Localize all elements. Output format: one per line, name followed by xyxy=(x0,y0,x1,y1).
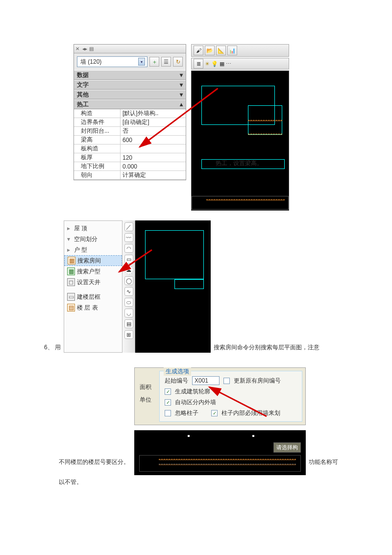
section-text[interactable]: 文字▾ xyxy=(74,80,186,90)
grid-label: 朝向 xyxy=(74,171,121,179)
generate-outline-checkbox[interactable]: ✓ xyxy=(165,388,171,395)
grid-value[interactable]: [默认]外墙构.. xyxy=(121,109,186,118)
grid-value[interactable]: 计算确定 xyxy=(121,171,186,179)
grid-value[interactable]: 600 xyxy=(121,136,186,144)
cad-viewport[interactable] xyxy=(191,71,289,211)
chart-icon[interactable]: 📊 xyxy=(227,46,237,55)
start-number-label: 起始编号 xyxy=(165,377,188,385)
section-data[interactable]: 数据▾ xyxy=(74,70,186,80)
step-6-suffix: 搜索房间命令分别搜索每层平面图，注意 xyxy=(214,343,319,353)
floor-note-suffix: 功能名称可 xyxy=(309,458,338,475)
tree-item-build-frame[interactable]: ▭ 建楼层框 xyxy=(64,291,122,302)
grid-row-beam-height[interactable]: 梁高 600 xyxy=(74,136,186,145)
generate-options-fieldset: 生成选项 起始编号 X001 更新原有房间编号 ✓ 生成建筑轮廓 ✓ 自动区分内… xyxy=(159,371,302,422)
auto-wall-label: 自动区分内外墙 xyxy=(175,398,216,407)
refresh-button[interactable]: ↻ xyxy=(173,57,183,67)
tree-item-huxing[interactable]: ▸ 户 型 xyxy=(64,244,122,255)
update-room-number-label: 更新原有房间编号 xyxy=(234,377,281,385)
paint-icon[interactable]: 🖌 xyxy=(194,46,203,55)
column-wall-label: 柱子内部必须用墙来划 xyxy=(221,409,280,417)
generate-outline-label: 生成建筑轮廓 xyxy=(175,387,210,396)
pin-icon[interactable]: ◂▸ xyxy=(82,47,87,51)
chevron-down-icon: ▾ xyxy=(180,91,183,98)
boundary-icon[interactable]: ⊞ xyxy=(124,330,133,339)
ellipse-arc-icon[interactable]: ◡ xyxy=(124,309,133,317)
chevron-down-icon: ▾ xyxy=(180,72,183,78)
section-other[interactable]: 其他▾ xyxy=(74,90,186,99)
vertical-toolbar: ／ 〰 ◠ ▭ ☁ ◯ ∿ ⬭ ◡ ▤ ⊞ xyxy=(122,220,135,353)
add-button[interactable]: ＋ xyxy=(149,57,159,67)
section-thermal[interactable]: 热工▴ xyxy=(74,99,186,109)
grid-value[interactable] xyxy=(121,145,186,153)
collapse-icon: ▾ xyxy=(67,236,72,242)
tree-panel: ▸ 屋 顶 ▾ 空间划分 ▸ 户 型 ▦ 搜索房间 ▦ 搜索户型 ◻ 设置天井 xyxy=(64,220,122,353)
grid-row[interactable]: 构造 [默认]外墙构.. xyxy=(74,109,186,118)
settings-icon[interactable]: 📐 xyxy=(216,46,226,55)
auto-wall-checkbox[interactable]: ✓ xyxy=(165,399,171,406)
tree-item-space[interactable]: ▾ 空间划分 xyxy=(64,234,122,244)
grid-label: 板厚 xyxy=(74,153,121,162)
tree-item-search-room[interactable]: ▦ 搜索房间 xyxy=(64,255,122,266)
type-selector-row: 墙 (120) ▾ ＋ ☰ ↻ xyxy=(74,53,186,70)
layers-icon[interactable]: ≣ xyxy=(194,59,203,69)
grid-value[interactable]: 120 xyxy=(121,153,186,162)
start-number-input[interactable]: X001 xyxy=(192,376,220,385)
grid-row[interactable]: 板厚 120 xyxy=(74,153,186,162)
screenshot-generate-dialog: 面积 单位 生成选项 起始编号 X001 更新原有房间编号 ✓ 生成建筑轮廓 ✓… xyxy=(134,367,306,475)
grid-row[interactable]: 地下比例 0.000 xyxy=(74,162,186,171)
sun-icon[interactable]: ☀ xyxy=(205,61,210,67)
ignore-column-label: 忽略柱子 xyxy=(175,409,198,417)
grid-value[interactable]: 0.000 xyxy=(121,162,186,170)
polyline-icon[interactable]: 〰 xyxy=(124,233,133,242)
tree-item-set-tianjing[interactable]: ◻ 设置天井 xyxy=(64,277,122,288)
update-room-number-checkbox[interactable] xyxy=(223,378,230,384)
chevron-down-icon: ▾ xyxy=(138,58,145,66)
top-toolbar-1: 🖌 📂 📐 📊 xyxy=(191,44,289,57)
grid-value[interactable]: [自动确定] xyxy=(121,118,186,126)
close-icon[interactable]: ✕ xyxy=(75,47,80,51)
thermal-grid: 构造 [默认]外墙构.. 边界条件 [自动确定] 封闭阳台... 否 梁高 60… xyxy=(74,109,186,180)
tree-item-search-hx[interactable]: ▦ 搜索户型 xyxy=(64,266,122,277)
tree-item-roof[interactable]: ▸ 屋 顶 xyxy=(64,223,122,234)
rect-icon[interactable]: ▭ xyxy=(124,255,133,264)
column-wall-checkbox[interactable]: ✓ xyxy=(211,410,218,416)
dots-icon[interactable]: ⋯ xyxy=(226,61,231,67)
grid-row[interactable]: 朝向 计算确定 xyxy=(74,171,186,180)
bulb-icon[interactable]: 💡 xyxy=(211,61,218,67)
wall-type-select[interactable]: 墙 (120) ▾ xyxy=(77,56,147,67)
grid-label: 边界条件 xyxy=(74,118,121,126)
wall-type-value: 墙 (120) xyxy=(80,58,101,66)
prompt-tooltip: 请选择构 xyxy=(273,442,301,453)
grid-icon[interactable]: ▦ xyxy=(220,61,224,67)
grid-row[interactable]: 板构造 xyxy=(74,145,186,153)
caption-thermal: 热工，设置梁高。 xyxy=(216,159,263,168)
filter-button[interactable]: ☰ xyxy=(161,57,171,67)
cad-viewport[interactable] xyxy=(135,220,211,353)
grid-row[interactable]: 封闭阳台... 否 xyxy=(74,127,186,136)
spline-icon[interactable]: ∿ xyxy=(124,287,133,296)
step-6-prefix: 6、 用 xyxy=(44,343,61,353)
grid-icon: ▦ xyxy=(67,267,75,275)
cad-viewport[interactable]: 请选择构 xyxy=(134,430,306,475)
floor-note-lastline: 以不管。 xyxy=(59,478,343,486)
tree-item-floor-table[interactable]: ▤ 楼 层 表 xyxy=(64,302,122,313)
chevron-down-icon: ▾ xyxy=(180,81,183,88)
chevron-up-icon: ▴ xyxy=(180,101,183,108)
top-toolbar-2: ≣ ☀ 💡 ▦ ⋯ xyxy=(191,58,289,70)
line-icon[interactable]: ／ xyxy=(124,222,133,231)
ellipse-icon[interactable]: ⬭ xyxy=(124,298,133,307)
grid-icon: ▦ xyxy=(68,257,75,265)
hatch-icon[interactable]: ▤ xyxy=(124,319,133,328)
open-icon[interactable]: 📂 xyxy=(205,46,215,55)
panel-titlebar: ✕ ◂▸ ▤ xyxy=(74,45,186,53)
left-labels: 面积 单位 xyxy=(140,381,151,406)
cloud-icon[interactable]: ☁ xyxy=(124,265,133,274)
list-icon[interactable]: ▤ xyxy=(89,47,94,51)
ignore-column-checkbox[interactable] xyxy=(165,410,171,416)
grid-value[interactable]: 否 xyxy=(121,127,186,135)
square-icon: ◻ xyxy=(67,278,75,286)
circle-icon[interactable]: ◯ xyxy=(124,276,133,285)
grid-label: 封闭阳台... xyxy=(74,127,121,135)
arc-icon[interactable]: ◠ xyxy=(124,244,133,253)
grid-row[interactable]: 边界条件 [自动确定] xyxy=(74,118,186,127)
